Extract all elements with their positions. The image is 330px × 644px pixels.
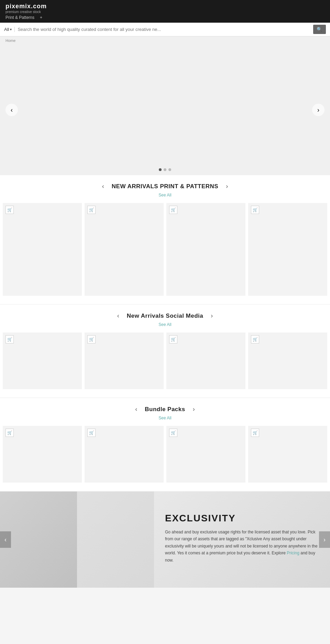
exclusivity-description: Go ahead and buy exclusive usage rights … [165,529,319,564]
add-to-cart-button-9[interactable]: 🛒 [6,429,14,437]
hero-banner: ‹ › [0,45,330,175]
exclusivity-content: EXCLUSIVITY Go ahead and buy exclusive u… [154,492,330,588]
exclusivity-pricing-link[interactable]: Pricing [287,551,299,555]
logo-subtitle: premium creative stock [6,10,324,14]
section-social-media: ‹ New Arrivals Social Media › See All 🛒 … [0,305,330,397]
section-bundle-packs: ‹ Bundle Packs › See All 🛒 🛒 🛒 🛒 [0,398,330,491]
product-card: 🛒 [248,426,327,483]
cart-icon: 🛒 [89,430,94,435]
hero-dots [159,168,171,171]
cart-icon: 🛒 [253,337,258,342]
print-patterns-next-button[interactable]: › [224,182,230,191]
add-to-cart-button-4[interactable]: 🛒 [251,206,259,214]
hero-next-button[interactable]: › [312,104,324,116]
product-card: 🛒 [85,332,164,389]
section-header-social-media: ‹ New Arrivals Social Media › [0,312,330,320]
social-media-grid: 🛒 🛒 🛒 🛒 [0,331,330,391]
section-title-print-patterns: NEW ARRIVALS PRINT & PATTERNS [112,183,218,190]
product-card: 🛒 [248,332,327,389]
product-card: 🛒 [85,426,164,483]
search-category-dropdown[interactable]: All ▾ [4,27,15,32]
cart-icon: 🛒 [7,430,12,435]
nav-item-more[interactable]: + [40,15,42,20]
cart-icon: 🛒 [171,337,176,342]
print-patterns-see-all[interactable]: See All [0,193,330,197]
social-media-prev-button[interactable]: ‹ [115,312,121,320]
section-title-bundle-packs: Bundle Packs [145,406,185,413]
add-to-cart-button-3[interactable]: 🛒 [169,206,177,214]
bundle-packs-next-button[interactable]: › [191,405,197,414]
product-card: 🛒 [166,203,245,296]
section-print-patterns: ‹ NEW ARRIVALS PRINT & PATTERNS › See Al… [0,175,330,304]
product-card: 🛒 [85,203,164,296]
exclusivity-image-left [0,492,77,588]
bundle-packs-see-all[interactable]: See All [0,416,330,420]
breadcrumb: Home [0,36,330,45]
main-nav: Print & Patterns + [6,15,324,20]
section-header-bundle-packs: ‹ Bundle Packs › [0,405,330,414]
cart-icon: 🛒 [7,337,12,342]
cart-icon: 🛒 [89,337,94,342]
bundle-packs-grid: 🛒 🛒 🛒 🛒 [0,425,330,484]
site-header: pixemix.com premium creative stock Print… [0,0,330,23]
add-to-cart-button-11[interactable]: 🛒 [169,429,177,437]
exclusivity-prev-button[interactable]: ‹ [0,531,11,548]
exclusivity-next-button[interactable]: › [319,531,330,548]
hero-prev-button[interactable]: ‹ [6,104,18,116]
cart-icon: 🛒 [171,430,176,435]
search-icon: 🔍 [317,27,322,32]
product-card: 🛒 [3,203,82,296]
add-to-cart-button-1[interactable]: 🛒 [6,206,14,214]
search-input[interactable] [18,27,310,32]
add-to-cart-button-6[interactable]: 🛒 [87,335,96,343]
bundle-packs-prev-button[interactable]: ‹ [133,405,139,414]
hero-dot-3[interactable] [168,168,171,171]
hero-dot-1[interactable] [159,168,162,171]
add-to-cart-button-2[interactable]: 🛒 [87,206,96,214]
search-category-label: All [4,27,9,32]
add-to-cart-button-12[interactable]: 🛒 [251,429,259,437]
product-card: 🛒 [248,203,327,296]
print-patterns-grid: 🛒 🛒 🛒 🛒 [0,202,330,297]
social-media-see-all[interactable]: See All [0,322,330,327]
exclusivity-image-center [77,492,154,588]
product-card: 🛒 [3,426,82,483]
print-patterns-prev-button[interactable]: ‹ [100,182,106,191]
add-to-cart-button-7[interactable]: 🛒 [169,335,177,343]
cart-icon: 🛒 [253,430,258,435]
search-bar: All ▾ 🔍 [0,23,330,36]
product-card: 🛒 [3,332,82,389]
cart-icon: 🛒 [89,207,94,212]
nav-item-print-patterns[interactable]: Print & Patterns [6,15,34,20]
logo: pixemix.com [6,3,324,10]
cart-icon: 🛒 [171,207,176,212]
chevron-down-icon: ▾ [10,27,12,31]
social-media-next-button[interactable]: › [209,312,215,320]
search-button[interactable]: 🔍 [313,25,326,34]
add-to-cart-button-8[interactable]: 🛒 [251,335,259,343]
cart-icon: 🛒 [253,207,258,212]
product-card: 🛒 [166,426,245,483]
section-title-social-media: New Arrivals Social Media [127,313,204,319]
add-to-cart-button-10[interactable]: 🛒 [87,429,96,437]
hero-dot-2[interactable] [164,168,166,171]
product-card: 🛒 [166,332,245,389]
section-header-print-patterns: ‹ NEW ARRIVALS PRINT & PATTERNS › [0,182,330,191]
add-to-cart-button-5[interactable]: 🛒 [6,335,14,343]
exclusivity-title: EXCLUSIVITY [165,513,319,524]
cart-icon: 🛒 [7,207,12,212]
exclusivity-section: EXCLUSIVITY Go ahead and buy exclusive u… [0,492,330,588]
